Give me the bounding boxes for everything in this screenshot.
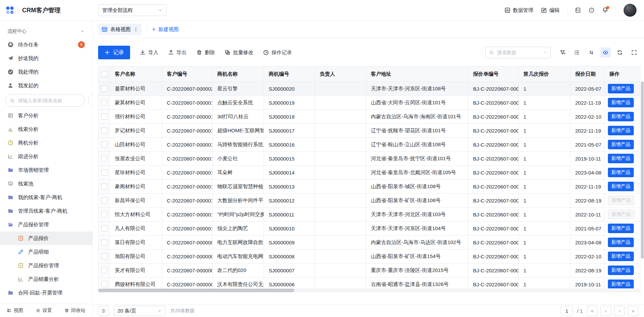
add-product-button[interactable]: 新增产品 <box>608 280 634 289</box>
horizontal-scrollbar-thumb[interactable] <box>98 289 294 292</box>
contacts-icon[interactable]: A <box>575 7 581 13</box>
batch-edit-button[interactable]: 批量修改 <box>224 49 253 56</box>
data-search-box[interactable] <box>485 47 551 58</box>
add-product-button[interactable]: 新增产品 <box>608 238 634 247</box>
help-icon[interactable]: ? <box>588 7 595 13</box>
sidebar-item[interactable]: 我的线索-客户-商机 <box>0 191 92 204</box>
sidebar-item[interactable]: 线索池 <box>0 177 92 191</box>
sidebar-footer-gear[interactable]: 设置 <box>36 307 52 314</box>
refresh-icon[interactable] <box>615 47 625 58</box>
add-product-button[interactable]: 新增产品 <box>608 252 634 261</box>
sidebar-item[interactable]: 产品报价管理 <box>0 218 92 231</box>
operation-log-button[interactable]: 操作记录 <box>263 49 292 56</box>
flow-scope-select[interactable]: 管理全部流程 <box>98 4 167 16</box>
sidebar-item-send[interactable]: 抄送我的 <box>0 51 92 65</box>
prev-page-button[interactable]: ‹ <box>600 306 611 316</box>
form-search-input[interactable] <box>17 97 80 104</box>
add-product-button[interactable]: 新增产品 <box>608 224 634 233</box>
sidebar-item[interactable]: 管理员线索-客户-商机 <box>0 204 92 218</box>
row-checkbox[interactable] <box>101 225 107 231</box>
sidebar-item-bell-circle[interactable]: 待办任务6 <box>0 38 92 51</box>
add-product-button[interactable]: 新增产品 <box>608 112 634 121</box>
add-product-button[interactable]: 新增产品 <box>608 182 634 191</box>
sidebar-item[interactable]: 客户分析 <box>0 109 92 122</box>
row-checkbox[interactable] <box>101 281 107 287</box>
import-button[interactable]: 导入 <box>140 49 158 56</box>
table-row[interactable]: 豪阁材料公司C-20220607-0000013物联芯温室智慧种植云管SJ000… <box>98 180 641 194</box>
export-button[interactable]: 导出 <box>168 49 187 56</box>
table-row[interactable]: 张屋农业公司C-20220607-0000015小麦公社SJ0000015河北省… <box>98 152 641 166</box>
table-row[interactable]: 英才有限公司C-20220607-0000007农二代的020SJ0000007… <box>98 263 641 277</box>
row-checkbox[interactable] <box>101 183 107 190</box>
row-checkbox[interactable] <box>101 127 107 134</box>
current-page-box[interactable]: 1 <box>561 306 573 316</box>
sidebar-item[interactable]: 商机分析 <box>0 136 92 150</box>
table-row[interactable]: 新昌环保公司C-20220607-0000012大数据分析中间件平台及SJ000… <box>98 194 641 208</box>
table-row[interactable]: 罗记材料公司C-20220607-0000017超级HOME-互联网智能SJ00… <box>98 124 641 138</box>
funnel-icon[interactable] <box>557 47 568 58</box>
table-row[interactable]: 强行材料公司C-20220607-00000183d打印八桂云SJ0000018… <box>98 110 641 124</box>
add-product-button[interactable]: 新增产品 <box>608 84 634 93</box>
kebab-menu-icon[interactable] <box>133 27 138 32</box>
sidebar-section-process-center[interactable]: 流程中心 <box>0 25 92 38</box>
notifications-button[interactable] <box>602 7 608 14</box>
next-page-button[interactable]: › <box>614 306 625 316</box>
sidebar-item[interactable]: 产品销量分析 <box>0 272 92 286</box>
horizontal-scrollbar[interactable] <box>98 288 640 292</box>
add-product-button[interactable]: 新增产品 <box>608 168 634 177</box>
sidebar-item[interactable]: 合同-回款-开票管理 <box>0 286 92 300</box>
table-row[interactable]: 蔓霍材料公司C-20220607-0000020星云引擎SJ0000020天津市… <box>98 82 641 96</box>
add-form-button[interactable] <box>88 94 93 107</box>
row-checkbox[interactable] <box>101 197 107 203</box>
add-product-button[interactable]: 新增产品 <box>608 140 634 149</box>
sort-icon[interactable] <box>586 47 596 58</box>
form-search-box[interactable] <box>5 94 85 107</box>
vertical-scrollbar-thumb[interactable] <box>641 81 644 259</box>
sidebar-item[interactable]: 跟进分析 <box>0 150 92 163</box>
delete-button[interactable]: 删除 <box>196 49 215 56</box>
vertical-scrollbar[interactable] <box>641 81 644 288</box>
sidebar-item[interactable]: ¥产品报价管理 <box>0 259 92 272</box>
row-checkbox[interactable] <box>101 114 107 120</box>
first-page-button[interactable]: « <box>587 306 598 316</box>
select-all-checkbox[interactable] <box>101 71 107 77</box>
last-page-button[interactable]: » <box>628 306 639 316</box>
row-checkbox[interactable] <box>101 155 107 162</box>
data-search-input[interactable] <box>497 49 540 56</box>
row-height-button[interactable] <box>98 306 109 316</box>
row-checkbox[interactable] <box>101 100 107 106</box>
sidebar-item-user[interactable]: 我发起的 <box>0 79 92 92</box>
add-product-button[interactable]: 新增产品 <box>608 154 634 163</box>
row-checkbox[interactable] <box>101 267 107 273</box>
expand-icon[interactable] <box>629 47 639 58</box>
avatar[interactable] <box>624 4 637 17</box>
row-checkbox[interactable] <box>101 169 107 176</box>
table-row[interactable]: 星珍材料公司C-20220607-0000014耳朵树SJ0000014河北省-… <box>98 166 641 180</box>
sidebar-item-check-circle[interactable]: 我处理的 <box>0 65 92 79</box>
sidebar-item[interactable]: ¥产品报价 <box>0 231 92 245</box>
sidebar-footer-trash[interactable]: 回收站 <box>64 307 85 314</box>
data-manage-button[interactable]: 数据管理 <box>504 7 533 14</box>
table-row[interactable]: 山田材料公司C-20220607-0000016马蹄铁智能骑行系统SJ00000… <box>98 138 641 152</box>
add-record-button[interactable]: 记录 <box>98 46 130 59</box>
table-row[interactable]: 落日有限公司C-20220607-0000009电力互联网故障自愈控制SJ000… <box>98 236 641 250</box>
table-row[interactable]: 恒大方材料公司C-20220607-0000011"约时间"p2p时间交换平SJ… <box>98 208 641 222</box>
row-checkbox[interactable] <box>101 86 107 92</box>
add-product-button[interactable]: 新增产品 <box>608 266 634 275</box>
new-view-button[interactable]: 新建视图 <box>152 26 179 33</box>
table-row[interactable]: 旭阳有限公司C-20220607-0000008电动汽车智能充电网络SJ0000… <box>98 250 641 263</box>
edit-button[interactable]: 编辑 <box>541 7 560 14</box>
row-checkbox[interactable] <box>101 239 107 245</box>
add-product-button[interactable]: 新增产品 <box>608 98 634 107</box>
eye-icon[interactable] <box>600 47 611 58</box>
page-size-select[interactable]: 20 条/页 <box>114 306 166 316</box>
sidebar-footer-views[interactable]: 视图 <box>7 307 23 314</box>
row-checkbox[interactable] <box>101 253 107 259</box>
row-checkbox[interactable] <box>101 211 107 217</box>
list-icon[interactable] <box>572 47 582 58</box>
sidebar-item[interactable]: 市场营销管理 <box>0 163 92 177</box>
table-view-tab[interactable]: 表格视图 <box>98 24 142 35</box>
sidebar-item[interactable]: 产品明细 <box>0 245 92 259</box>
row-checkbox[interactable] <box>101 141 107 148</box>
sidebar-item[interactable]: 线索分析 <box>0 122 92 136</box>
